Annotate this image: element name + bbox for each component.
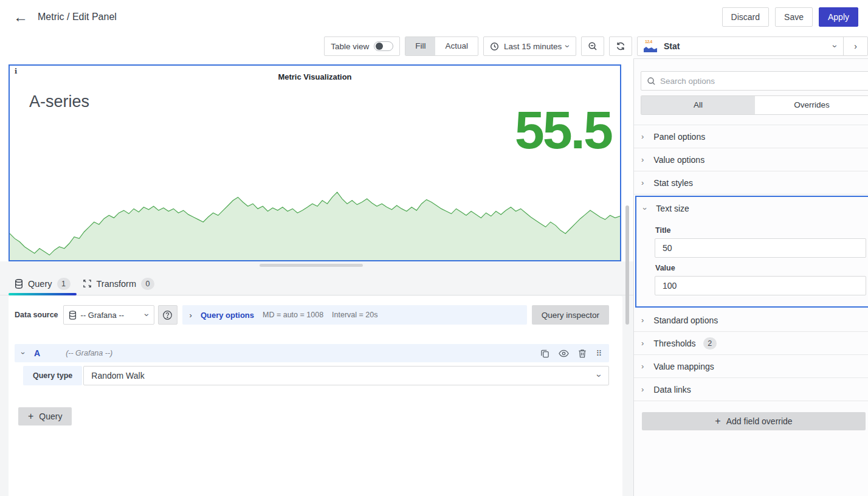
grafana-edit-panel: ← Metric / Edit Panel Discard Save Apply… (0, 0, 868, 496)
chevron-down-icon: › (143, 314, 151, 317)
zoom-out-button[interactable] (581, 36, 604, 56)
database-icon (15, 279, 23, 289)
table-view-switch[interactable] (374, 41, 393, 51)
metric-visualization-panel[interactable]: i Metric Visualization A-series 55.5 (9, 64, 621, 261)
table-view-toggle[interactable]: Table view (324, 36, 400, 56)
duplicate-query-icon[interactable] (540, 349, 549, 358)
resize-drag-handle[interactable] (260, 264, 363, 267)
drag-handle-icon[interactable]: ⠿ (596, 350, 602, 357)
interval-text: Interval = 20s (332, 311, 377, 319)
table-view-label: Table view (331, 42, 369, 51)
chevron-right-icon: › (854, 42, 857, 50)
tab-transform-label: Transform (97, 279, 137, 289)
chevron-right-icon: › (641, 385, 644, 393)
query-type-row: Query type Random Walk › (15, 366, 609, 385)
tab-query-label: Query (28, 279, 52, 289)
viz-picker: 12.4 Stat › › (637, 36, 868, 56)
query-row-datasource: (-- Grafana --) (66, 349, 112, 357)
query-count-badge: 1 (57, 278, 71, 290)
value-size-input[interactable] (655, 276, 866, 295)
chevron-right-icon: › (641, 179, 644, 187)
add-field-override-button[interactable]: + Add field override (642, 412, 866, 430)
query-type-select[interactable]: Random Walk › (83, 366, 609, 385)
options-pane: All Overrides › Panel options › Value op… (633, 59, 868, 496)
viz-picker-dropdown[interactable]: 12.4 Stat › (638, 37, 843, 55)
thresholds-count-badge: 2 (703, 337, 717, 350)
viz-picker-row: 12.4 Stat › › (633, 36, 868, 59)
page-title: Metric / Edit Panel (38, 12, 117, 22)
add-query-button[interactable]: + Query (18, 407, 72, 425)
chevron-down-icon: › (641, 207, 649, 210)
value-size-label: Value (655, 264, 868, 272)
header-actions: Discard Save Apply (722, 7, 858, 27)
stat-value: 55.5 (515, 103, 611, 157)
actual-segment[interactable]: Actual (435, 37, 478, 55)
search-options-input[interactable] (660, 77, 863, 86)
search-options-box (641, 71, 868, 91)
query-row-actions: ⠿ (540, 349, 602, 358)
data-source-label: Data source (15, 311, 58, 319)
title-size-input[interactable] (655, 238, 866, 258)
section-value-options[interactable]: › Value options (634, 148, 868, 171)
stat-viz-icon: 12.4 (644, 40, 658, 52)
tab-transform[interactable]: Transform 0 (77, 272, 161, 295)
save-button[interactable]: Save (775, 7, 813, 27)
fill-actual-group: Fill Actual (405, 36, 478, 56)
tab-overrides[interactable]: Overrides (755, 96, 868, 114)
query-row-header[interactable]: › A (-- Grafana --) ⠿ (15, 344, 609, 362)
back-button[interactable]: ← (10, 6, 32, 28)
chevron-right-icon: › (641, 339, 644, 347)
database-icon (69, 311, 77, 320)
hide-query-icon[interactable] (559, 350, 569, 357)
section-thresholds[interactable]: › Thresholds 2 (634, 332, 868, 355)
section-text-size-header[interactable]: › Text size (636, 197, 868, 220)
chevron-down-icon: › (596, 374, 604, 377)
transform-icon (83, 279, 92, 288)
query-ref-id: A (34, 348, 40, 358)
section-text-size-expanded: › Text size Title Value (635, 196, 868, 308)
transform-count-badge: 0 (141, 278, 154, 290)
query-inspector-button[interactable]: Query inspector (532, 305, 609, 325)
data-source-value: -- Grafana -- (81, 311, 125, 320)
chevron-right-icon: › (641, 156, 644, 164)
series-label: A-series (29, 92, 89, 111)
query-editor-card: Data source -- Grafana -- › › Query opti… (9, 296, 622, 496)
header-bar: ← Metric / Edit Panel Discard Save Apply (0, 0, 868, 34)
chevron-right-icon: › (641, 133, 644, 140)
main-scrollbar-thumb[interactable] (625, 205, 629, 325)
tab-all[interactable]: All (641, 96, 755, 114)
query-type-value: Random Walk (91, 371, 144, 381)
apply-button[interactable]: Apply (819, 7, 858, 27)
section-value-mappings[interactable]: › Value mappings (634, 355, 868, 378)
fill-segment[interactable]: Fill (405, 37, 435, 55)
section-panel-options[interactable]: › Panel options (634, 125, 868, 148)
search-icon (647, 77, 656, 86)
query-options-collapsible[interactable]: › Query options MD = auto = 1008 Interva… (182, 305, 527, 325)
editor-region: Query 1 Transform 0 Data source -- Graf (0, 261, 633, 496)
max-data-points-text: MD = auto = 1008 (263, 311, 323, 319)
panel-title: Metric Visualization (10, 72, 620, 81)
data-source-help-button[interactable] (158, 305, 177, 325)
time-range-picker[interactable]: Last 15 minutes › (483, 36, 576, 56)
chevron-right-icon: › (641, 316, 644, 324)
section-stat-styles[interactable]: › Stat styles (634, 171, 868, 195)
chevron-down-icon: › (564, 45, 573, 48)
section-data-links[interactable]: › Data links (634, 378, 868, 401)
data-source-picker[interactable]: -- Grafana -- › (63, 305, 154, 325)
sparkline-chart (10, 174, 620, 260)
time-range-label: Last 15 minutes (504, 42, 562, 51)
chevron-right-icon: › (190, 311, 192, 319)
sparkline-area (10, 192, 620, 260)
discard-button[interactable]: Discard (722, 7, 769, 27)
refresh-icon (616, 41, 625, 51)
back-arrow-icon: ← (13, 9, 28, 26)
query-options-label: Query options (201, 311, 254, 320)
data-source-row: Data source -- Grafana -- › › Query opti… (15, 305, 609, 325)
tab-query[interactable]: Query 1 (9, 272, 77, 295)
section-standard-options[interactable]: › Standard options (634, 309, 868, 332)
delete-query-icon[interactable] (578, 349, 587, 358)
collapse-options-button[interactable]: › (843, 37, 867, 55)
editor-tabs: Query 1 Transform 0 (0, 272, 633, 295)
refresh-button[interactable] (609, 36, 632, 56)
clock-icon (490, 42, 499, 51)
